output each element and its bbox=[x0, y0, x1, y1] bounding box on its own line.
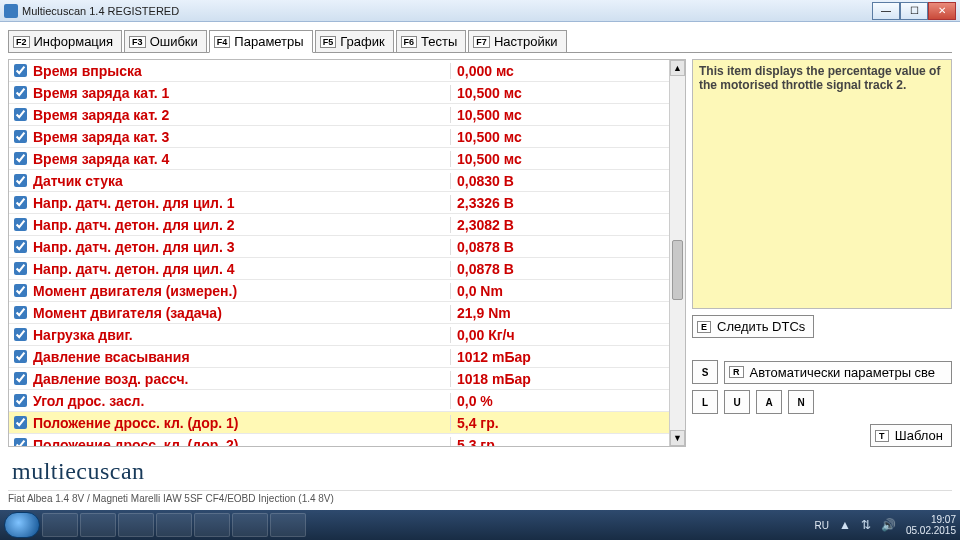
parameter-row[interactable]: Момент двигателя (задача)21,9 Nm bbox=[9, 302, 685, 324]
maximize-button[interactable]: ☐ bbox=[900, 2, 928, 20]
tab-label: Параметры bbox=[234, 34, 303, 49]
side-panel: This item displays the percentage value … bbox=[692, 59, 952, 447]
parameter-name: Угол дрос. засл. bbox=[31, 393, 450, 409]
parameter-row[interactable]: Время заряда кат. 110,500 мс bbox=[9, 82, 685, 104]
app-icon bbox=[4, 4, 18, 18]
parameter-row[interactable]: Время заряда кат. 410,500 мс bbox=[9, 148, 685, 170]
parameter-name: Время заряда кат. 3 bbox=[31, 129, 450, 145]
parameter-checkbox[interactable] bbox=[14, 174, 27, 187]
parameter-row[interactable]: Давление возд. рассч.1018 mБар bbox=[9, 368, 685, 390]
minimize-button[interactable]: — bbox=[872, 2, 900, 20]
parameter-checkbox[interactable] bbox=[14, 306, 27, 319]
fkey-label: F5 bbox=[320, 36, 337, 48]
parameter-checkbox[interactable] bbox=[14, 218, 27, 231]
parameter-checkbox[interactable] bbox=[14, 196, 27, 209]
parameter-checkbox[interactable] bbox=[14, 350, 27, 363]
scrollbar[interactable]: ▲ ▼ bbox=[669, 60, 685, 446]
scroll-thumb[interactable] bbox=[672, 240, 683, 300]
parameter-name: Напр. датч. детон. для цил. 1 bbox=[31, 195, 450, 211]
start-button[interactable] bbox=[4, 512, 40, 538]
key-label: T bbox=[875, 430, 889, 442]
tab-f5[interactable]: F5График bbox=[315, 30, 394, 52]
parameter-checkbox[interactable] bbox=[14, 240, 27, 253]
n-button[interactable]: N bbox=[788, 390, 814, 414]
parameter-name: Давление возд. рассч. bbox=[31, 371, 450, 387]
parameter-name: Давление всасывания bbox=[31, 349, 450, 365]
template-button[interactable]: T Шаблон bbox=[870, 424, 952, 447]
parameter-value: 1012 mБар bbox=[450, 349, 685, 365]
tab-f7[interactable]: F7Настройки bbox=[468, 30, 566, 52]
tab-label: Информация bbox=[34, 34, 114, 49]
parameter-row[interactable]: Датчик стука0,0830 В bbox=[9, 170, 685, 192]
parameter-name: Датчик стука bbox=[31, 173, 450, 189]
parameter-row[interactable]: Угол дрос. засл.0,0 % bbox=[9, 390, 685, 412]
l-button[interactable]: L bbox=[692, 390, 718, 414]
parameter-row[interactable]: Положение дросс. кл. (дор. 1)5,4 гр. bbox=[9, 412, 685, 434]
tab-f4[interactable]: F4Параметры bbox=[209, 30, 313, 53]
tab-f3[interactable]: F3Ошибки bbox=[124, 30, 207, 52]
parameter-checkbox[interactable] bbox=[14, 130, 27, 143]
parameter-checkbox[interactable] bbox=[14, 372, 27, 385]
tray-flag-icon[interactable]: ▲ bbox=[839, 518, 851, 532]
tray-network-icon[interactable]: ⇅ bbox=[861, 518, 871, 532]
parameter-checkbox[interactable] bbox=[14, 394, 27, 407]
parameter-checkbox[interactable] bbox=[14, 416, 27, 429]
parameter-checkbox[interactable] bbox=[14, 438, 27, 446]
parameter-row[interactable]: Время впрыска0,000 мс bbox=[9, 60, 685, 82]
system-tray: RU ▲ ⇅ 🔊 19:07 05.02.2015 bbox=[815, 514, 956, 536]
tab-f6[interactable]: F6Тесты bbox=[396, 30, 467, 52]
parameter-row[interactable]: Время заряда кат. 310,500 мс bbox=[9, 126, 685, 148]
taskbar-app-explorer[interactable] bbox=[42, 513, 78, 537]
parameter-name: Положение дросс. кл. (дор. 2) bbox=[31, 437, 450, 447]
taskbar-app-chrome[interactable] bbox=[118, 513, 154, 537]
parameter-row[interactable]: Давление всасывания1012 mБар bbox=[9, 346, 685, 368]
taskbar-app-multiecuscan[interactable] bbox=[156, 513, 192, 537]
taskbar: RU ▲ ⇅ 🔊 19:07 05.02.2015 bbox=[0, 510, 960, 540]
parameter-checkbox[interactable] bbox=[14, 328, 27, 341]
parameter-row[interactable]: Напр. датч. детон. для цил. 22,3082 В bbox=[9, 214, 685, 236]
taskbar-app-tool[interactable] bbox=[232, 513, 268, 537]
parameter-name: Время заряда кат. 4 bbox=[31, 151, 450, 167]
parameter-row[interactable]: Время заряда кат. 210,500 мс bbox=[9, 104, 685, 126]
tab-strip: F2ИнформацияF3ОшибкиF4ПараметрыF5ГрафикF… bbox=[0, 22, 960, 52]
parameter-row[interactable]: Момент двигателя (измерен.)0,0 Nm bbox=[9, 280, 685, 302]
parameter-checkbox[interactable] bbox=[14, 262, 27, 275]
parameter-checkbox[interactable] bbox=[14, 108, 27, 121]
parameter-value: 0,000 мс bbox=[450, 63, 685, 79]
u-button[interactable]: U bbox=[724, 390, 750, 414]
tab-label: Ошибки bbox=[150, 34, 198, 49]
parameter-row[interactable]: Положение дросс. кл. (дор. 2)5,3 гр. bbox=[9, 434, 685, 446]
tab-f2[interactable]: F2Информация bbox=[8, 30, 122, 52]
taskbar-app-folder[interactable] bbox=[80, 513, 116, 537]
parameter-value: 0,0 Nm bbox=[450, 283, 685, 299]
auto-params-button[interactable]: R Автоматически параметры све bbox=[724, 361, 952, 384]
parameter-checkbox[interactable] bbox=[14, 284, 27, 297]
scroll-up-arrow-icon[interactable]: ▲ bbox=[670, 60, 685, 76]
parameter-name: Время заряда кат. 1 bbox=[31, 85, 450, 101]
button-label: Следить DTCs bbox=[717, 319, 805, 334]
parameter-value: 2,3082 В bbox=[450, 217, 685, 233]
parameter-row[interactable]: Напр. датч. детон. для цил. 30,0878 В bbox=[9, 236, 685, 258]
parameter-name: Момент двигателя (задача) bbox=[31, 305, 450, 321]
taskbar-app-gallery[interactable] bbox=[194, 513, 230, 537]
fkey-label: F3 bbox=[129, 36, 146, 48]
parameter-name: Нагрузка двиг. bbox=[31, 327, 450, 343]
window-controls: — ☐ ✕ bbox=[872, 2, 956, 20]
taskbar-app-paint[interactable] bbox=[270, 513, 306, 537]
language-indicator[interactable]: RU bbox=[815, 520, 829, 531]
parameter-checkbox[interactable] bbox=[14, 64, 27, 77]
scroll-down-arrow-icon[interactable]: ▼ bbox=[670, 430, 685, 446]
parameter-checkbox[interactable] bbox=[14, 152, 27, 165]
parameter-checkbox[interactable] bbox=[14, 86, 27, 99]
s-button[interactable]: S bbox=[692, 360, 718, 384]
parameter-row[interactable]: Нагрузка двиг.0,00 Кг/ч bbox=[9, 324, 685, 346]
follow-dtcs-button[interactable]: E Следить DTCs bbox=[692, 315, 814, 338]
fkey-label: F6 bbox=[401, 36, 418, 48]
parameter-row[interactable]: Напр. датч. детон. для цил. 12,3326 В bbox=[9, 192, 685, 214]
parameter-row[interactable]: Напр. датч. детон. для цил. 40,0878 В bbox=[9, 258, 685, 280]
a-button[interactable]: A bbox=[756, 390, 782, 414]
tray-volume-icon[interactable]: 🔊 bbox=[881, 518, 896, 532]
close-button[interactable]: ✕ bbox=[928, 2, 956, 20]
parameter-value: 21,9 Nm bbox=[450, 305, 685, 321]
clock[interactable]: 19:07 05.02.2015 bbox=[906, 514, 956, 536]
